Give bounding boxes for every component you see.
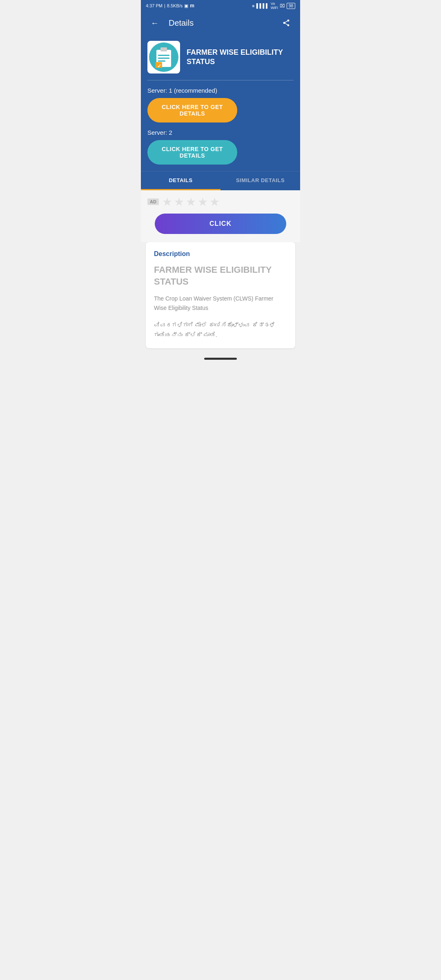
description-title: Description <box>154 250 287 258</box>
page-title: Details <box>169 18 279 28</box>
star2: ★ <box>174 195 184 209</box>
tabs-container: DETAILS SIMILAR DETAILS <box>141 171 300 190</box>
back-button[interactable]: ← <box>147 16 162 30</box>
wifi-icon: ⌧ <box>280 3 285 9</box>
star4: ★ <box>198 195 208 209</box>
vowifi-icon: VoWiFi <box>271 2 278 10</box>
svg-rect-2 <box>158 55 169 56</box>
ad-badge: AD <box>147 198 159 205</box>
signal-icon: ▌▌▌▌ <box>256 3 269 8</box>
svg-rect-3 <box>158 58 169 59</box>
svg-rect-1 <box>160 47 167 51</box>
server2-button[interactable]: CLICK HERE TO GET DETAILS <box>147 140 237 165</box>
app-info: ✓ FARMER WISE ELIGIBILITY STATUS <box>147 41 294 80</box>
star3: ★ <box>186 195 196 209</box>
status-right: ⎈ ▌▌▌▌ VoWiFi ⌧ 98 <box>252 2 295 10</box>
description-english-text: The Crop Loan Waiver System (CLWS) Farme… <box>154 294 287 312</box>
status-bar: 4:37 PM | 8.5KB/s ▣ m ⎈ ▌▌▌▌ VoWiFi ⌧ 98 <box>141 0 300 11</box>
status-left: 4:37 PM | 8.5KB/s ▣ m <box>146 3 194 9</box>
share-icon <box>282 19 290 27</box>
svg-text:✓: ✓ <box>157 63 161 68</box>
network-speed: | <box>164 3 165 8</box>
app-icon: ✓ <box>147 41 180 74</box>
description-app-title: FARMER WISE ELIGIBILITY STATUS <box>154 264 287 287</box>
share-button[interactable] <box>279 16 294 30</box>
messenger-icon: m <box>190 3 194 9</box>
description-kannada-text: ವಿವರಗಳಿಗಾಗಿ ಮೇಲೆ ಕಾಣಿಸಿಕೊಳ್ಳುವ ಕಿತ್ತಳೆ ಗ… <box>154 321 287 340</box>
server2-label: Server: 2 <box>147 129 294 136</box>
server1-label: Server: 1 (recommended) <box>147 87 294 94</box>
app-title: FARMER WISE ELIGIBILITY STATUS <box>187 48 294 67</box>
star5: ★ <box>209 195 220 209</box>
time: 4:37 PM <box>146 3 163 8</box>
server1-button[interactable]: CLICK HERE TO GET DETAILS <box>147 98 237 122</box>
battery-icon: 98 <box>287 3 295 9</box>
ad-section: AD ★ ★ ★ ★ ★ CLICK <box>141 190 300 242</box>
star1: ★ <box>162 195 172 209</box>
bluetooth-icon: ⎈ <box>252 3 255 8</box>
app-bar: ← Details <box>141 11 300 34</box>
header-content: ✓ FARMER WISE ELIGIBILITY STATUS Server:… <box>141 34 300 171</box>
server1-section: Server: 1 (recommended) CLICK HERE TO GE… <box>147 87 294 122</box>
clipboard-icon: ✓ <box>154 47 174 68</box>
description-card: Description FARMER WISE ELIGIBILITY STAT… <box>146 242 295 348</box>
network-speed-value: 8.5KB/s <box>167 3 183 8</box>
sim-icon: ▣ <box>184 3 188 9</box>
bottom-indicator <box>204 358 237 360</box>
svg-rect-4 <box>158 60 165 62</box>
tab-details[interactable]: DETAILS <box>141 172 220 190</box>
tab-similar-details[interactable]: SIMILAR DETAILS <box>220 172 300 190</box>
bottom-nav-bar <box>141 355 300 365</box>
server2-section: Server: 2 CLICK HERE TO GET DETAILS <box>147 129 294 165</box>
ad-click-button[interactable]: CLICK <box>155 214 286 234</box>
stars-row: ★ ★ ★ ★ ★ <box>162 195 220 209</box>
